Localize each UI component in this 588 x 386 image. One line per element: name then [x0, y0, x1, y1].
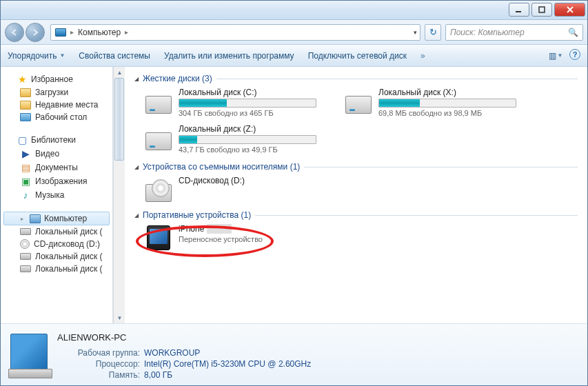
forward-button[interactable]	[26, 23, 45, 42]
search-input[interactable]: Поиск: Компьютер 🔍	[445, 24, 583, 41]
map-network-drive-button[interactable]: Подключить сетевой диск	[308, 51, 407, 61]
usage-bar	[179, 99, 227, 107]
library-icon: ▢	[17, 134, 28, 145]
sidebar-downloads[interactable]: Загрузки	[1, 86, 112, 99]
sidebar-pictures[interactable]: ▣Изображения	[1, 174, 112, 188]
sidebar-computer[interactable]: ▸Компьютер	[3, 212, 110, 225]
close-button[interactable]	[554, 3, 585, 17]
minimize-button[interactable]	[509, 3, 529, 17]
star-icon: ★	[17, 74, 28, 85]
drive-x[interactable]: Локальный диск (X:)69,8 МБ свободно из 9…	[344, 88, 516, 117]
ram-label: Память:	[57, 370, 144, 380]
hdd-icon	[145, 96, 172, 114]
sidebar-drive-c[interactable]: Локальный диск (	[1, 225, 112, 238]
sidebar-documents[interactable]: ▤Документы	[1, 161, 112, 174]
phone-icon	[147, 225, 170, 250]
device-iphone[interactable]: iPhone xxПереносное устройство	[144, 224, 316, 250]
drive-icon	[20, 228, 31, 235]
refresh-button[interactable]: ↻	[425, 24, 441, 41]
drive-c[interactable]: Локальный диск (C:)304 ГБ свободно из 46…	[144, 88, 316, 117]
explorer-window: ▸Компьютер▸ ▾ ↻ Поиск: Компьютер 🔍 Упоря…	[0, 0, 588, 386]
sidebar-scrollbar[interactable]: ▲ ▼	[113, 67, 125, 323]
music-icon: ♪	[20, 190, 31, 201]
drive-icon	[20, 265, 31, 272]
computer-name: ALIENWORK-PC	[57, 332, 311, 343]
usage-bar	[179, 136, 197, 143]
drive-z[interactable]: Локальный диск (Z:)43,7 ГБ свободно из 4…	[144, 124, 316, 154]
cpu-value: Intel(R) Core(TM) i5-3230M CPU @ 2.60GHz	[144, 359, 311, 369]
section-removable[interactable]: ◢Устройства со съемными носителями (1)	[134, 162, 578, 172]
organize-button[interactable]: Упорядочить▼	[8, 51, 65, 61]
computer-large-icon	[10, 334, 48, 371]
breadcrumb-computer: Компьютер	[78, 28, 121, 37]
maximize-button[interactable]	[531, 3, 552, 17]
document-icon: ▤	[20, 162, 31, 173]
cd-drive-icon	[145, 184, 172, 202]
sidebar-favorites[interactable]: ★Избранное	[1, 72, 112, 86]
scroll-down-icon[interactable]: ▼	[114, 312, 125, 323]
help-button[interactable]: ?	[569, 49, 580, 60]
titlebar	[1, 1, 587, 20]
system-properties-button[interactable]: Свойства системы	[79, 51, 150, 61]
cd-icon	[20, 239, 30, 249]
search-placeholder: Поиск: Компьютер	[450, 28, 525, 37]
back-button[interactable]	[5, 23, 24, 42]
details-pane: ALIENWORK-PC Рабочая группа:WORKGROUP Пр…	[1, 323, 587, 385]
scroll-thumb[interactable]	[114, 78, 124, 161]
sidebar-drive-x[interactable]: Локальный диск (	[1, 250, 112, 263]
svg-rect-1	[539, 7, 545, 12]
uninstall-program-button[interactable]: Удалить или изменить программу	[164, 51, 294, 61]
sidebar-video[interactable]: ▶Видео	[1, 147, 112, 161]
sidebar-libraries[interactable]: ▢Библиотеки	[1, 133, 112, 147]
drive-d-cd[interactable]: CD-дисковод (D:)	[144, 176, 316, 202]
sidebar-drive-z[interactable]: Локальный диск (	[1, 263, 112, 275]
sidebar-drive-d[interactable]: CD-дисковод (D:)	[1, 238, 112, 250]
ram-value: 8,00 ГБ	[144, 370, 172, 380]
workgroup-value: WORKGROUP	[144, 348, 200, 358]
command-bar: Упорядочить▼ Свойства системы Удалить ил…	[1, 45, 587, 67]
hdd-icon	[345, 96, 372, 114]
workgroup-label: Рабочая группа:	[57, 348, 144, 358]
address-bar-row: ▸Компьютер▸ ▾ ↻ Поиск: Компьютер 🔍	[1, 20, 587, 45]
usage-bar	[379, 99, 420, 107]
content-pane: ◢Жесткие диски (3) Локальный диск (C:)30…	[125, 67, 587, 323]
sidebar-desktop[interactable]: Рабочий стол	[1, 111, 112, 123]
navigation-pane: ★Избранное Загрузки Недавние места Рабоч…	[1, 67, 113, 323]
search-icon: 🔍	[568, 28, 578, 37]
address-dropdown-icon[interactable]: ▾	[414, 29, 417, 36]
scroll-up-icon[interactable]: ▲	[114, 67, 125, 78]
svg-rect-0	[516, 11, 521, 12]
address-bar[interactable]: ▸Компьютер▸ ▾	[50, 24, 420, 41]
computer-icon	[30, 214, 41, 223]
sidebar-recent[interactable]: Недавние места	[1, 99, 112, 111]
folder-icon	[20, 88, 31, 97]
drive-icon	[20, 253, 31, 260]
sidebar-music[interactable]: ♪Музыка	[1, 188, 112, 202]
view-button[interactable]: ▥▼	[549, 49, 562, 63]
hdd-icon	[145, 132, 172, 150]
desktop-icon	[20, 113, 31, 121]
picture-icon: ▣	[20, 176, 31, 187]
computer-icon	[55, 28, 66, 37]
folder-icon	[20, 101, 31, 110]
section-hard-disks[interactable]: ◢Жесткие диски (3)	[134, 74, 578, 83]
video-icon: ▶	[20, 148, 31, 159]
cpu-label: Процессор:	[57, 359, 144, 369]
section-portable[interactable]: ◢Портативные устройства (1)	[134, 210, 578, 220]
